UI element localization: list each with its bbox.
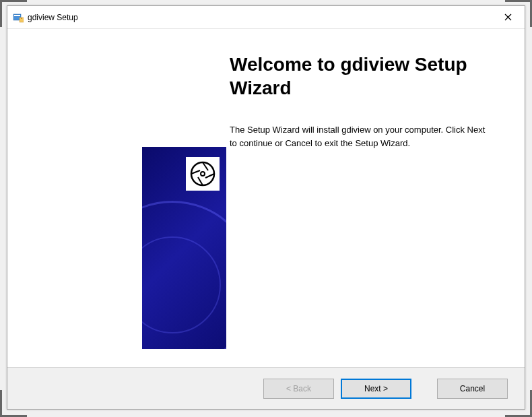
svg-point-6 [191,162,214,185]
cancel-button[interactable]: Cancel [437,379,508,399]
svg-line-11 [191,170,200,174]
wizard-heading: Welcome to gdiview Setup Wizard [230,53,498,100]
titlebar[interactable]: gdiview Setup [7,6,525,29]
back-button: < Back [263,379,334,399]
decoration-corner [505,390,532,417]
button-bar: < Back Next > Cancel [7,367,525,409]
disc-icon [186,157,220,191]
svg-point-7 [201,172,205,176]
decoration-corner [0,390,27,417]
wizard-content: Welcome to gdiview Setup Wizard The Setu… [7,29,525,409]
decoration-corner [0,0,27,27]
setup-window: gdiview Setup Welcome to gdiview Setup W… [7,5,525,410]
wizard-banner [142,147,226,349]
wizard-body-text: The Setup Wizard will install gdiview on… [230,123,486,150]
window-title: gdiview Setup [28,13,493,22]
next-button[interactable]: Next > [341,379,411,399]
decoration-corner [505,0,532,27]
